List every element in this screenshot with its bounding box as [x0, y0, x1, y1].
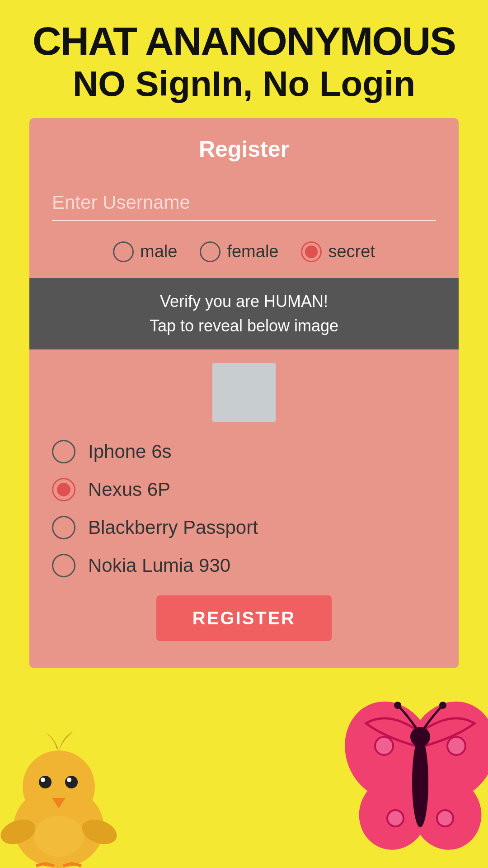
verify-line2: Tap to reveal below image: [52, 314, 436, 338]
device-nexus6p[interactable]: Nexus 6P: [52, 478, 436, 501]
device-nokia-label: Nokia Lumia 930: [88, 555, 230, 576]
header-subtitle: NO SignIn, No Login: [27, 64, 461, 104]
svg-point-2: [39, 776, 52, 788]
verify-banner[interactable]: Verify you are HUMAN! Tap to reveal belo…: [29, 278, 459, 349]
butterfly-illustration: [343, 696, 488, 868]
device-blackberry-label: Blackberry Passport: [88, 517, 258, 538]
svg-point-21: [410, 727, 430, 747]
device-nexus6p-radio-fill: [57, 483, 70, 496]
register-card: Register male female secret Verify you a…: [29, 118, 459, 668]
svg-point-22: [394, 702, 401, 709]
gender-options: male female secret: [52, 241, 436, 262]
gender-male[interactable]: male: [113, 241, 177, 262]
gender-secret-radio[interactable]: [301, 241, 322, 262]
gender-female[interactable]: female: [200, 241, 278, 262]
register-button[interactable]: REGISTER: [156, 595, 332, 641]
gender-secret-label: secret: [328, 242, 375, 261]
captcha-image[interactable]: [212, 363, 276, 422]
gender-male-label: male: [140, 242, 177, 261]
card-title: Register: [52, 136, 436, 162]
svg-point-15: [34, 816, 84, 857]
gender-secret[interactable]: secret: [301, 241, 375, 262]
gender-female-radio[interactable]: [200, 241, 221, 262]
device-iphone6s-radio[interactable]: [52, 440, 75, 463]
device-nokia-radio[interactable]: [52, 554, 75, 577]
svg-point-26: [387, 810, 404, 826]
device-iphone6s-label: Iphone 6s: [88, 441, 172, 462]
gender-secret-radio-fill: [305, 245, 318, 258]
svg-point-4: [65, 776, 78, 788]
verify-line1: Verify you are HUMAN!: [52, 289, 436, 314]
svg-point-3: [41, 778, 45, 782]
svg-point-23: [439, 702, 446, 709]
svg-point-5: [67, 778, 71, 782]
svg-point-24: [375, 737, 393, 755]
chick-illustration: [0, 723, 117, 868]
device-iphone6s[interactable]: Iphone 6s: [52, 440, 436, 463]
svg-point-20: [412, 737, 428, 827]
header-title: CHAT ANANONYMOUS: [27, 18, 461, 64]
username-input[interactable]: [52, 185, 436, 221]
device-nexus6p-label: Nexus 6P: [88, 479, 170, 500]
header: CHAT ANANONYMOUS NO SignIn, No Login: [0, 0, 488, 113]
svg-point-27: [437, 810, 453, 826]
device-blackberry[interactable]: Blackberry Passport: [52, 516, 436, 539]
device-nokia[interactable]: Nokia Lumia 930: [52, 554, 436, 577]
gender-female-label: female: [227, 242, 278, 261]
device-nexus6p-radio[interactable]: [52, 478, 75, 501]
gender-male-radio[interactable]: [113, 241, 134, 262]
svg-point-25: [447, 737, 465, 755]
device-blackberry-radio[interactable]: [52, 516, 75, 539]
svg-point-1: [23, 750, 95, 823]
